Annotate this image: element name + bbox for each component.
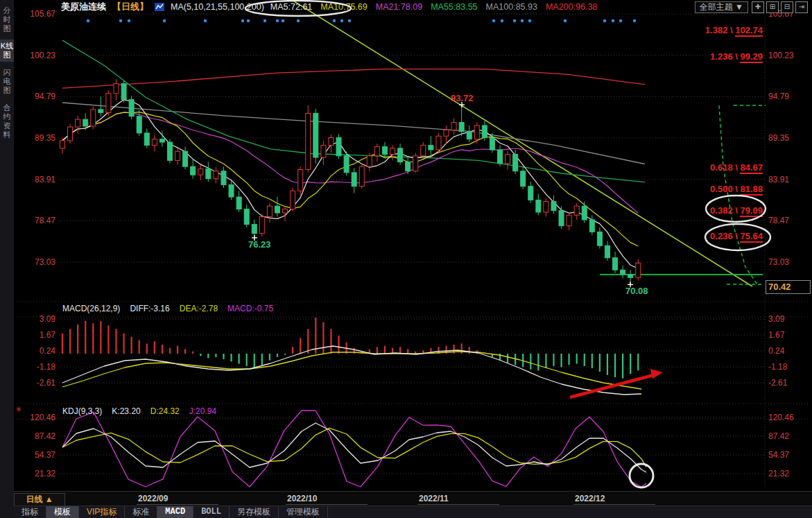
price-axis-left-6: 73.03 (17, 257, 55, 267)
period-selector[interactable]: 日线 ▲ (14, 493, 65, 507)
date-tick-2 (417, 504, 499, 505)
ma-values: MA5:72.61MA10:75.69MA21:78.09MA55:83.55M… (270, 2, 597, 12)
price-axis-right-6: 73.03 (768, 257, 789, 267)
date-tick-0 (137, 504, 218, 505)
ma5-line (62, 100, 638, 268)
macd-axis-right-3: -1.18 (768, 362, 787, 372)
sidebar-item-2[interactable]: 闪电图 (0, 66, 14, 97)
swing-low-label-2: 70.08 (625, 286, 648, 296)
tab-另存模板[interactable]: 另存模板 (230, 506, 279, 518)
theme-selector-button[interactable]: 全部主题 ▼ (695, 1, 748, 13)
price-axis-left-1: 100.23 (17, 51, 55, 60)
macd-axis-left-2: 0.24 (17, 346, 55, 356)
macd-axis-left-3: -1.18 (17, 362, 55, 372)
fib-level-0.500: 0.500 \ 81.88 (664, 184, 763, 194)
trading-terminal: 分时图K线图闪电图合约资料 美原油连续 【日线】 MA(5,10,21,55,1… (0, 0, 812, 518)
fib-level-0.618: 0.618 \ 84.67 (664, 162, 763, 173)
macd-axis-right-4: -2.61 (768, 378, 787, 388)
tab-管理模板[interactable]: 管理模板 (279, 506, 328, 518)
kdj-axis-right-1: 87.42 (768, 431, 789, 441)
kdj-axis-left-1: 87.42 (17, 431, 55, 441)
last-price-box: 70.42 (766, 280, 811, 294)
period-selector-label: 日线 (26, 494, 42, 504)
date-label-2022/09: 2022/09 (138, 494, 168, 503)
fib-level-1.382: 1.382 \ 102.74 (664, 25, 763, 35)
tab-BOLL[interactable]: BOLL (193, 506, 230, 518)
ma-value-0: MA5:72.61 (270, 2, 312, 12)
j-line (62, 411, 646, 487)
kdj-panel (62, 411, 646, 487)
dea-line (62, 352, 641, 389)
price-axis-right-1: 100.23 (768, 51, 794, 60)
fib-price: 102.74 (735, 25, 763, 37)
swing-high-label: 93.72 (451, 93, 474, 103)
indicator-marker-icon: ✳ (15, 405, 21, 414)
triangle-up-icon: ▲ (45, 494, 53, 504)
ma21-line (62, 112, 638, 213)
ma-value-4: MA100:85.93 (486, 2, 537, 12)
sidebar-item-0[interactable]: 分时图 (0, 4, 14, 35)
ma-settings-label: MA(5,10,21,55,100,200) (171, 2, 264, 12)
kdj-header: KDJ(9,3,3) K:23.20 D:24.32 J:20.94 (62, 406, 216, 416)
indicator-tab-bar: 指标模板VIP指标标准MACDBOLL另存模板管理模板 (14, 506, 812, 518)
ma-value-5: MA200:96.38 (546, 2, 597, 12)
gridlines (14, 14, 810, 487)
tab-MACD[interactable]: MACD (157, 506, 193, 518)
kdj-axis-left-2: 54.37 (17, 450, 55, 460)
tab-VIP指标[interactable]: VIP指标 (79, 506, 125, 518)
macd-axis-left-0: 3.09 (17, 314, 55, 324)
ma-value-1: MA10:75.69 (320, 2, 367, 12)
kdj-k-value: K:23.20 (112, 406, 140, 416)
macd-axis-left-4: -2.61 (17, 378, 55, 388)
move-icon[interactable]: ✚ (752, 1, 764, 13)
macd-axis-right-2: 0.24 (768, 346, 784, 356)
drawn-lines (292, 0, 766, 286)
k-line (62, 423, 646, 472)
pane-export-icon[interactable]: ⇥ (795, 1, 808, 13)
sidebar-item-3[interactable]: 合约资料 (0, 101, 14, 141)
swing-low-label-1: 76.23 (248, 239, 271, 250)
price-axis-right-5: 78.47 (768, 216, 789, 225)
macd-dea-value: DEA:-2.78 (180, 304, 218, 313)
macd-axis-right-0: 3.09 (768, 314, 784, 324)
pane-right-icon[interactable]: ⊟ (781, 1, 793, 13)
fib-price: 81.88 (740, 184, 763, 196)
kdj-j-value: J:20.94 (189, 406, 216, 416)
date-label-2022/12: 2022/12 (575, 494, 605, 503)
fib-level-0.382: 0.382 \ 79.09 (664, 205, 763, 216)
ma-value-3: MA55:83.55 (431, 2, 477, 12)
fib-price: 79.09 (740, 205, 763, 217)
chart-canvas[interactable] (0, 0, 812, 518)
kdj-d-value: D:24.32 (150, 406, 180, 416)
kdj-axis-right-3: 21.32 (768, 469, 789, 478)
macd-panel (62, 318, 641, 395)
date-axis-row: 日线 ▲ 2022/092022/102022/112022/12 (14, 491, 812, 506)
price-axis-right-3: 89.35 (768, 133, 789, 143)
price-axis-left-0: 105.67 (17, 9, 55, 19)
sidebar-item-1[interactable]: K线图 (0, 40, 14, 62)
price-axis-left-5: 78.47 (17, 216, 55, 225)
macd-diff-value: DIFF:-3.16 (130, 304, 169, 313)
tab-指标[interactable]: 指标 (14, 506, 46, 518)
date-tick-1 (286, 504, 368, 505)
fib-price: 75.64 (740, 231, 763, 243)
price-axis-left-2: 94.79 (17, 92, 55, 101)
macd-title: MACD(26,12,9) (62, 304, 120, 313)
tab-标准[interactable]: 标准 (125, 506, 157, 518)
event-dots (87, 19, 636, 22)
top-controls: 全部主题 ▼ ✚⊞⊟⇥ (695, 1, 808, 13)
tab-模板[interactable]: 模板 (46, 506, 79, 518)
candles (60, 79, 641, 284)
fib-level-0.236: 0.236 \ 75.64 (664, 231, 763, 241)
chart-type-icon (155, 2, 164, 12)
period-tag: 【日线】 (112, 1, 148, 13)
sidebar: 分时图K线图闪电图合约资料 (0, 0, 15, 518)
d-line (62, 428, 646, 467)
ma55-line (62, 40, 645, 182)
kdj-axis-left-0: 120.46 (17, 413, 55, 422)
symbol-title: 美原油连续 (61, 1, 106, 13)
date-label-2022/11: 2022/11 (419, 494, 449, 503)
fib-price: 99.29 (740, 51, 763, 63)
pane-split-icon[interactable]: ⊞ (766, 1, 779, 13)
down-trendline (292, 0, 752, 286)
